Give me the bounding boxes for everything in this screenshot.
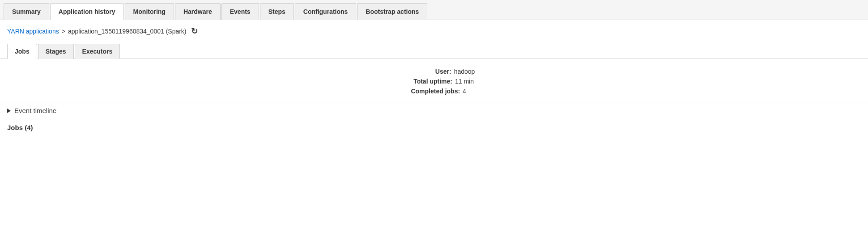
breadcrumb-current: application_1550119960834_0001 (Spark) — [68, 28, 187, 35]
top-tab-monitoring[interactable]: Monitoring — [125, 3, 174, 20]
event-timeline-label: Event timeline — [14, 107, 56, 114]
top-tab-application-history[interactable]: Application history — [50, 3, 124, 20]
yarn-applications-link[interactable]: YARN applications — [7, 28, 59, 35]
uptime-value: 11 min — [455, 78, 474, 85]
completed-jobs-label: Completed jobs: — [402, 88, 460, 95]
sub-tab-jobs[interactable]: Jobs — [7, 44, 37, 59]
refresh-icon[interactable]: ↻ — [191, 26, 198, 36]
top-tab-bar: SummaryApplication historyMonitoringHard… — [0, 0, 868, 20]
info-section: User: hadoop Total uptime: 11 min Comple… — [0, 59, 868, 102]
top-tab-bootstrap-actions[interactable]: Bootstrap actions — [357, 3, 427, 20]
breadcrumb-separator: > — [62, 28, 65, 35]
sub-tab-executors[interactable]: Executors — [75, 44, 120, 59]
top-tab-configurations[interactable]: Configurations — [295, 3, 357, 20]
uptime-row: Total uptime: 11 min — [394, 78, 474, 85]
breadcrumb: YARN applications > application_15501199… — [0, 20, 868, 41]
top-tab-events[interactable]: Events — [221, 3, 259, 20]
user-value: hadoop — [454, 68, 475, 75]
jobs-title: Jobs (4) — [7, 124, 33, 131]
top-tab-hardware[interactable]: Hardware — [175, 3, 221, 20]
jobs-bottom-divider — [7, 136, 861, 136]
sub-tab-stages[interactable]: Stages — [38, 44, 74, 59]
triangle-icon — [7, 109, 11, 113]
event-timeline-section[interactable]: Event timeline — [0, 102, 868, 119]
completed-jobs-row: Completed jobs: 4 — [402, 88, 466, 95]
uptime-label: Total uptime: — [394, 78, 452, 85]
user-row: User: hadoop — [393, 68, 475, 75]
top-tab-steps[interactable]: Steps — [260, 3, 294, 20]
jobs-section: Jobs (4) — [0, 119, 868, 141]
user-label: User: — [393, 68, 451, 75]
sub-tab-bar: JobsStagesExecutors — [0, 41, 868, 59]
completed-jobs-value: 4 — [463, 88, 466, 95]
top-tab-summary[interactable]: Summary — [4, 3, 49, 20]
